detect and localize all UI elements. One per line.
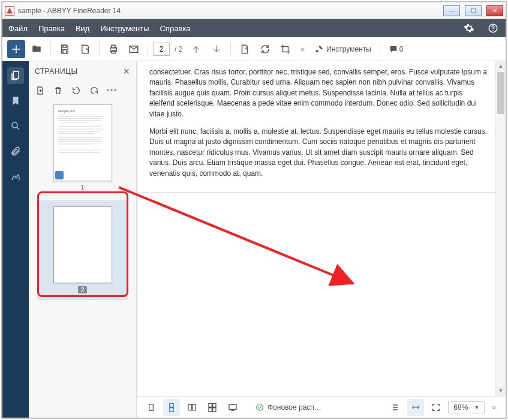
scroll-up-arrow[interactable]: ▲ — [496, 61, 506, 71]
comments-button[interactable]: 0 — [385, 44, 407, 54]
page-thumb-label: 1 — [37, 184, 128, 191]
pages-panel-close[interactable]: ✕ — [123, 67, 131, 76]
status-text: Фоновое расп… — [267, 403, 321, 412]
page-status-badge — [55, 171, 64, 179]
svg-rect-15 — [213, 403, 216, 407]
svg-point-19 — [257, 404, 263, 410]
titlebar: sample - ABBYY FineReader 14 — ☐ ✕ — [2, 2, 506, 19]
fullscreen-icon[interactable] — [428, 399, 444, 416]
menu-help[interactable]: Справка — [160, 24, 190, 33]
svg-rect-10 — [170, 403, 174, 407]
page-rotate-right-icon[interactable] — [89, 86, 100, 95]
prev-page-button[interactable] — [187, 40, 205, 58]
rail-bookmarks-icon[interactable] — [7, 92, 24, 109]
app-icon — [5, 6, 14, 16]
save-button[interactable] — [56, 40, 74, 58]
print-button[interactable] — [104, 40, 122, 58]
menu-tools[interactable]: Инструменты — [100, 24, 149, 33]
vertical-scrollbar[interactable]: ▲ ▼ — [495, 61, 506, 396]
pages-panel: СТРАНИЦЫ ✕ ••• — [29, 61, 137, 418]
settings-icon[interactable] — [462, 22, 476, 35]
svg-rect-13 — [193, 404, 196, 410]
new-doc-button[interactable] — [236, 40, 254, 58]
fit-width-icon[interactable] — [407, 399, 424, 416]
email-button[interactable] — [125, 40, 143, 58]
pages-toolbar: ••• — [29, 82, 136, 100]
open-button[interactable] — [28, 40, 46, 58]
bottombar-more[interactable]: » — [488, 403, 500, 412]
view-presentation-icon[interactable] — [224, 399, 241, 416]
toolbar: / 2 » Инструменты 0 — [2, 37, 506, 61]
next-page-button[interactable] — [208, 40, 226, 58]
page-more-icon[interactable]: ••• — [107, 86, 118, 95]
paragraph: Morbi elit nunc, facilisis a, mollis a, … — [149, 127, 489, 179]
svg-rect-14 — [209, 403, 212, 407]
menubar: Файл Правка Вид Инструменты Справка — [2, 19, 506, 37]
rail-pages-icon[interactable] — [7, 67, 24, 84]
menu-file[interactable]: Файл — [8, 24, 28, 33]
toolbar-more[interactable]: » — [297, 45, 308, 53]
document-text: consectetuer. Cras risus tortor, porttit… — [137, 61, 506, 192]
refresh-button[interactable] — [256, 40, 274, 58]
close-button[interactable]: ✕ — [486, 5, 503, 16]
svg-rect-9 — [149, 404, 154, 410]
svg-rect-6 — [13, 71, 19, 79]
crop-button[interactable] — [276, 40, 294, 58]
instruments-label: Инструменты — [326, 45, 371, 53]
svg-rect-18 — [229, 404, 236, 409]
pages-panel-title: СТРАНИЦЫ — [35, 67, 78, 76]
save-as-button[interactable] — [76, 40, 94, 58]
minimize-button[interactable]: — — [443, 5, 460, 16]
page-count-label: / 2 — [175, 45, 182, 53]
view-continuous-icon[interactable] — [163, 399, 180, 416]
page-add-icon[interactable] — [35, 86, 46, 95]
help-icon[interactable] — [486, 22, 500, 35]
svg-point-7 — [12, 122, 17, 128]
view-two-continuous-icon[interactable] — [204, 399, 221, 416]
svg-rect-1 — [63, 45, 67, 47]
document-area[interactable]: consectetuer. Cras risus tortor, porttit… — [137, 61, 506, 396]
svg-rect-4 — [112, 45, 115, 48]
add-page-button[interactable] — [7, 40, 25, 58]
maximize-button[interactable]: ☐ — [465, 5, 482, 16]
menu-view[interactable]: Вид — [76, 24, 90, 33]
main-view: consectetuer. Cras risus tortor, porttit… — [137, 61, 506, 418]
window-title: sample - ABBYY FineReader 14 — [18, 7, 121, 15]
svg-rect-2 — [63, 49, 67, 53]
view-two-page-icon[interactable] — [184, 399, 200, 416]
page-thumb-label: 2 — [78, 286, 86, 293]
svg-rect-16 — [209, 407, 212, 411]
zoom-value: 68% — [453, 403, 468, 412]
page-number-input[interactable] — [153, 43, 170, 56]
scroll-down-arrow[interactable]: ▼ — [496, 386, 506, 396]
zoom-select[interactable]: 68% ▼ — [448, 401, 485, 413]
svg-rect-11 — [170, 407, 174, 411]
comments-count: 0 — [399, 45, 404, 53]
page-thumb-1[interactable]: Sample PDF 1 — [37, 104, 128, 191]
left-rail — [2, 61, 29, 418]
rail-attach-icon[interactable] — [7, 143, 24, 160]
chevron-down-icon: ▼ — [474, 404, 479, 410]
menu-edit[interactable]: Правка — [38, 24, 65, 33]
rail-search-icon[interactable] — [7, 118, 24, 134]
empty-page — [137, 192, 506, 384]
page-delete-icon[interactable] — [53, 86, 64, 95]
svg-rect-17 — [213, 407, 216, 411]
status-ok-icon — [255, 403, 264, 412]
instruments-button[interactable]: Инструменты — [311, 44, 375, 54]
rail-sign-icon[interactable] — [7, 168, 24, 185]
svg-rect-12 — [188, 404, 191, 410]
page-thumb-2[interactable]: 2 — [37, 200, 128, 300]
page-rotate-left-icon[interactable] — [71, 86, 82, 95]
view-single-icon[interactable] — [143, 399, 160, 416]
fit-height-icon[interactable] — [387, 399, 404, 416]
paragraph: consectetuer. Cras risus tortor, porttit… — [149, 67, 489, 119]
bottom-bar: Фоновое расп… 68% ▼ » — [137, 396, 506, 418]
scroll-thumb[interactable] — [497, 72, 504, 114]
